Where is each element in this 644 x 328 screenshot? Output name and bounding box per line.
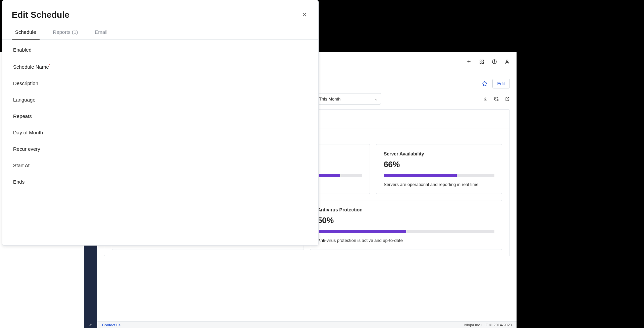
tile-server-availability: Server Availability 66% Servers are oper… bbox=[376, 144, 502, 194]
field-recur-every: Recur every bbox=[13, 146, 90, 152]
svg-rect-6 bbox=[482, 60, 483, 61]
progress-bar bbox=[384, 174, 494, 177]
user-icon[interactable] bbox=[504, 59, 510, 64]
refresh-icon[interactable] bbox=[494, 96, 499, 102]
field-day-of-month: Day of Month bbox=[13, 130, 90, 135]
chevron-down-icon: ⌄ bbox=[372, 96, 377, 102]
copyright-text: NinjaOne LLC © 2014-2023 bbox=[464, 323, 512, 327]
tile-percent: 66% bbox=[384, 160, 494, 169]
tile-antivirus: Antivirus Protection 50% Anti-virus prot… bbox=[310, 200, 502, 250]
tab-reports[interactable]: Reports (1) bbox=[50, 25, 82, 39]
apps-grid-icon[interactable] bbox=[479, 59, 484, 64]
svg-point-10 bbox=[494, 63, 495, 63]
tile-title: Server Availability bbox=[384, 151, 494, 156]
contact-us-link[interactable]: Contact us bbox=[102, 323, 120, 327]
download-icon[interactable] bbox=[483, 96, 488, 102]
edit-button[interactable]: Edit bbox=[492, 79, 510, 88]
edit-schedule-modal: Edit Schedule ✕ Schedule Reports (1) Ema… bbox=[2, 0, 319, 246]
svg-rect-8 bbox=[482, 62, 483, 63]
field-enabled: Enabled bbox=[13, 47, 90, 53]
field-description: Description bbox=[13, 80, 90, 86]
close-icon[interactable]: ✕ bbox=[300, 9, 309, 20]
tile-title: Antivirus Protection bbox=[318, 207, 494, 212]
expand-nav-icon[interactable]: » bbox=[84, 321, 97, 328]
field-ends: Ends bbox=[13, 179, 90, 185]
svg-point-11 bbox=[506, 60, 508, 61]
range-filter-dropdown[interactable]: This Month⌄ bbox=[315, 93, 381, 105]
favorite-star-icon[interactable] bbox=[482, 81, 488, 87]
tab-schedule[interactable]: Schedule bbox=[12, 25, 40, 40]
open-external-icon[interactable] bbox=[505, 96, 510, 102]
help-icon[interactable] bbox=[492, 59, 497, 64]
range-filter-label: This Month bbox=[319, 96, 340, 102]
field-start-at: Start At bbox=[13, 162, 90, 168]
svg-rect-7 bbox=[480, 62, 481, 63]
app-footer: Contact us NinjaOne LLC © 2014-2023 bbox=[97, 321, 517, 328]
field-schedule-name: Schedule Name* bbox=[13, 63, 90, 70]
field-language: Language bbox=[13, 97, 90, 103]
field-repeats: Repeats bbox=[13, 113, 90, 119]
svg-rect-5 bbox=[480, 60, 481, 61]
progress-bar bbox=[318, 230, 494, 233]
tab-email[interactable]: Email bbox=[92, 25, 111, 39]
tile-caption: Servers are operational and reporting in… bbox=[384, 182, 494, 187]
tile-percent: 50% bbox=[318, 216, 494, 225]
tile-caption: Anti-virus protection is active and up-t… bbox=[318, 238, 494, 243]
modal-tabs: Schedule Reports (1) Email bbox=[2, 25, 318, 40]
modal-title: Edit Schedule bbox=[12, 10, 69, 20]
plus-icon[interactable] bbox=[466, 59, 472, 64]
